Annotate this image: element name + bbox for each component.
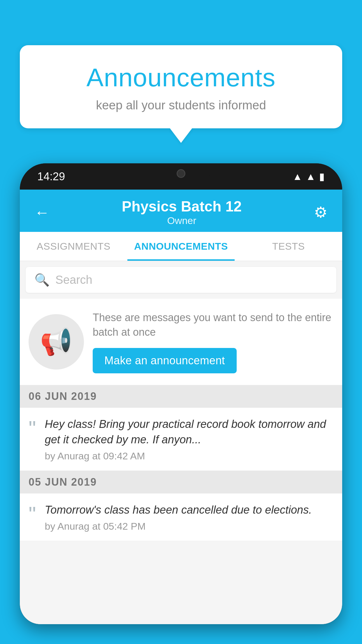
phone-device: 14:29 ▲ ▲ ▮ ← Physics Batch 12 Owner ⚙ xyxy=(20,163,342,624)
announcement-meta-2: by Anurag at 05:42 PM xyxy=(45,521,333,532)
date-separator-1: 06 JUN 2019 xyxy=(20,385,342,408)
promo-description: These are messages you want to send to t… xyxy=(93,310,333,340)
promo-right: These are messages you want to send to t… xyxy=(93,310,333,373)
phone-wrapper: 14:29 ▲ ▲ ▮ ← Physics Batch 12 Owner ⚙ xyxy=(20,163,342,644)
batch-title: Physics Batch 12 xyxy=(50,198,314,215)
batch-role: Owner xyxy=(50,215,314,226)
search-placeholder: Search xyxy=(55,273,92,286)
announcement-item-1[interactable]: " Hey class! Bring your practical record… xyxy=(20,408,342,471)
announcement-promo: 📢 These are messages you want to send to… xyxy=(20,299,342,385)
speech-bubble-title: Announcements xyxy=(37,63,325,92)
speech-bubble-subtitle: keep all your students informed xyxy=(37,98,325,112)
announcement-text-block-2: Tomorrow's class has been cancelled due … xyxy=(45,502,333,532)
quote-icon-2: " xyxy=(29,504,36,525)
megaphone-icon: 📢 xyxy=(40,326,73,357)
announcement-text-2: Tomorrow's class has been cancelled due … xyxy=(45,502,333,518)
announcement-text-block-1: Hey class! Bring your practical record b… xyxy=(45,416,333,462)
quote-icon-1: " xyxy=(29,418,36,439)
date-separator-2: 05 JUN 2019 xyxy=(20,471,342,494)
tab-bar: ASSIGNMENTS ANNOUNCEMENTS TESTS xyxy=(20,232,342,261)
tab-tests[interactable]: TESTS xyxy=(235,232,342,261)
announcement-item-2[interactable]: " Tomorrow's class has been cancelled du… xyxy=(20,494,342,541)
app-screen: ← Physics Batch 12 Owner ⚙ ASSIGNMENTS A… xyxy=(20,190,342,624)
app-header: ← Physics Batch 12 Owner ⚙ xyxy=(20,190,342,232)
content-area: 🔍 Search 📢 These are messages you want t… xyxy=(20,261,342,624)
back-button[interactable]: ← xyxy=(34,204,50,221)
phone-camera xyxy=(177,169,185,178)
header-center: Physics Batch 12 Owner xyxy=(50,198,314,226)
phone-notch xyxy=(152,163,210,184)
status-time: 14:29 xyxy=(37,170,65,183)
speech-bubble: Announcements keep all your students inf… xyxy=(20,45,342,128)
tab-assignments[interactable]: ASSIGNMENTS xyxy=(20,232,127,261)
tab-announcements[interactable]: ANNOUNCEMENTS xyxy=(127,232,235,261)
search-bar[interactable]: 🔍 Search xyxy=(26,267,336,293)
announcement-meta-1: by Anurag at 09:42 AM xyxy=(45,450,333,462)
search-icon: 🔍 xyxy=(34,273,50,287)
wifi-icon: ▲ xyxy=(293,171,303,182)
promo-icon-circle: 📢 xyxy=(29,314,84,370)
announcement-text-1: Hey class! Bring your practical record b… xyxy=(45,416,333,447)
status-bar: 14:29 ▲ ▲ ▮ xyxy=(20,163,342,190)
signal-icon: ▲ xyxy=(306,171,316,182)
make-announcement-button[interactable]: Make an announcement xyxy=(93,348,237,373)
battery-icon: ▮ xyxy=(319,171,325,182)
speech-bubble-pointer xyxy=(170,128,192,143)
settings-button[interactable]: ⚙ xyxy=(314,204,328,221)
status-icons: ▲ ▲ ▮ xyxy=(293,171,325,182)
speech-bubble-container: Announcements keep all your students inf… xyxy=(20,45,342,143)
